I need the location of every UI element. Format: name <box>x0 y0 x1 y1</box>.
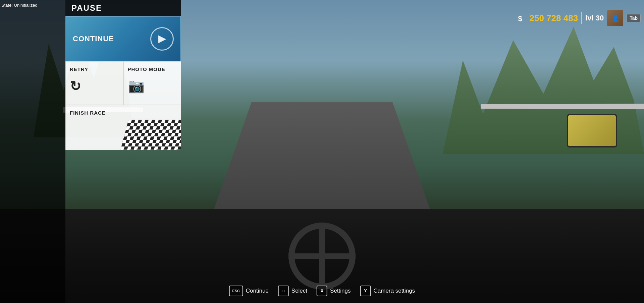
ctrl-settings: X Settings <box>317 286 351 296</box>
camera-icon: 📷 <box>128 72 145 100</box>
y-key: Y <box>360 286 371 296</box>
photo-mode-label: PHOTO MODE <box>128 66 165 72</box>
square-key: □ <box>278 286 289 296</box>
player-avatar[interactable]: 👤 <box>607 10 623 26</box>
dollar-sign: $ <box>518 14 522 23</box>
hud-money: $ 250 728 483 <box>518 13 578 23</box>
state-label: State: Uninitialized <box>1 3 38 8</box>
retry-icon: ↻ <box>70 72 82 100</box>
hud-level: lvl 30 <box>585 14 604 22</box>
bottom-controls: ESC Continue □ Select X Settings Y Camer… <box>229 286 415 296</box>
ctrl-select-label: Select <box>291 288 307 294</box>
ctrl-continue: ESC Continue <box>229 286 269 296</box>
ctrl-settings-label: Settings <box>330 288 351 294</box>
ctrl-camera-label: Camera settings <box>373 288 415 294</box>
left-panel <box>0 0 65 303</box>
steering-wheel <box>288 223 356 290</box>
finish-race-label: FINISH RACE <box>70 110 106 116</box>
checkered-flag <box>120 120 181 150</box>
retry-label: RETRY <box>70 66 88 72</box>
ctrl-continue-label: Continue <box>246 288 269 294</box>
pause-title: PAUSE <box>65 0 181 16</box>
tab-button[interactable]: Tab <box>627 14 641 22</box>
ctrl-camera: Y Camera settings <box>360 286 415 296</box>
hud-divider <box>581 12 582 24</box>
continue-label: CONTINUE <box>73 35 114 43</box>
checkered-pattern <box>120 120 181 150</box>
esc-key: ESC <box>229 286 243 296</box>
finish-race-button[interactable]: FINISH RACE <box>65 105 181 150</box>
guardrail-right <box>481 104 644 109</box>
continue-button[interactable]: CONTINUE ▶ <box>65 16 181 61</box>
pause-menu: PAUSE CONTINUE ▶ RETRY ↻ PHOTO MODE 📷 FI… <box>65 0 181 181</box>
photo-mode-button[interactable]: PHOTO MODE 📷 <box>123 61 181 105</box>
hud-top: $ 250 728 483 lvl 30 👤 Tab <box>518 10 644 26</box>
middle-row: RETRY ↻ PHOTO MODE 📷 <box>65 61 181 105</box>
play-icon: ▶ <box>150 27 174 51</box>
right-mirror <box>567 114 617 147</box>
money-amount: 250 728 483 <box>530 13 578 23</box>
retry-button[interactable]: RETRY ↻ <box>65 61 123 105</box>
ctrl-select: □ Select <box>278 286 307 296</box>
x-key: X <box>317 286 327 296</box>
